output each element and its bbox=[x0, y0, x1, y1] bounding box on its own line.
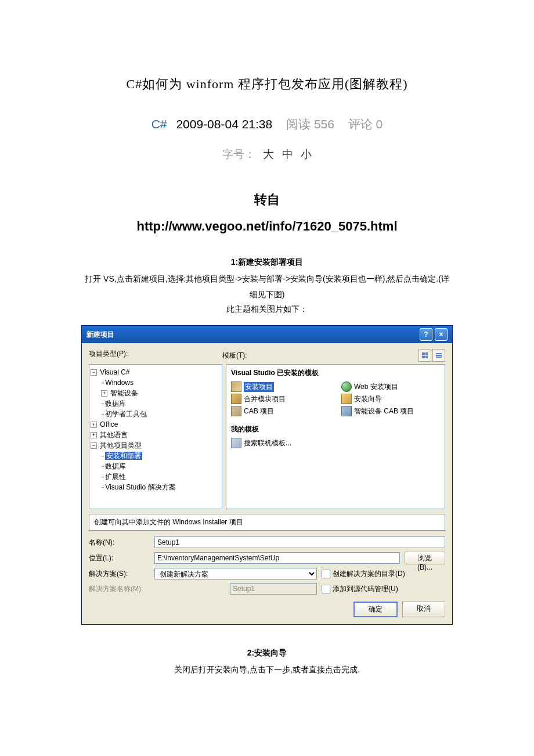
location-input[interactable] bbox=[154, 552, 400, 564]
project-type-label: 项目类型(P): bbox=[89, 349, 222, 362]
section-1-body: 打开 VS,点击新建项目,选择:其他项目类型->安装与部署->安装向导(安装项目… bbox=[0, 271, 534, 302]
name-label: 名称(N): bbox=[89, 538, 150, 548]
solution-label: 解决方案(S): bbox=[89, 569, 150, 579]
templates-label: 模板(T): bbox=[222, 351, 247, 361]
name-input[interactable] bbox=[154, 537, 445, 548]
tree-other-languages[interactable]: 其他语言 bbox=[100, 431, 128, 439]
font-size-label: 字号： bbox=[222, 148, 255, 160]
tree-smart-device[interactable]: 智能设备 bbox=[110, 389, 138, 397]
cab-icon bbox=[231, 406, 241, 416]
solution-name-label: 解决方案名称(M): bbox=[89, 584, 150, 594]
comment-count: 评论 0 bbox=[348, 117, 383, 131]
tree-other-project-types[interactable]: 其他项目类型 bbox=[100, 441, 142, 449]
template-cab[interactable]: CAB 项目 bbox=[231, 406, 330, 416]
dialog-titlebar[interactable]: 新建项目 ? × bbox=[82, 326, 452, 343]
article-meta: C# 2009-08-04 21:38 阅读 556 评论 0 bbox=[0, 116, 534, 132]
device-icon bbox=[341, 406, 352, 416]
new-project-dialog: 新建项目 ? × 项目类型(P): 模板(T): bbox=[81, 325, 453, 625]
section-2-title: 安装向导 bbox=[254, 648, 287, 657]
font-large-link[interactable]: 大 bbox=[263, 148, 274, 160]
font-medium-link[interactable]: 中 bbox=[282, 148, 293, 160]
publish-date: 2009-08-04 21:38 bbox=[176, 117, 272, 131]
expand-icon[interactable]: + bbox=[101, 390, 107, 397]
font-size-selector: 字号： 大 中 小 bbox=[0, 147, 534, 162]
source-label: 转自 bbox=[0, 191, 534, 208]
view-small-icons-button[interactable] bbox=[432, 349, 445, 362]
collapse-icon[interactable]: − bbox=[91, 369, 97, 376]
globe-icon bbox=[341, 381, 352, 392]
dialog-title: 新建项目 bbox=[86, 330, 114, 340]
close-icon[interactable]: × bbox=[435, 328, 448, 341]
template-smart-cab[interactable]: 智能设备 CAB 项目 bbox=[341, 406, 440, 416]
expand-icon[interactable]: + bbox=[91, 432, 97, 438]
ok-button[interactable]: 确定 bbox=[353, 602, 398, 617]
tree-starter-kit[interactable]: 初学者工具包 bbox=[105, 410, 147, 418]
add-scm-checkbox[interactable] bbox=[322, 585, 330, 593]
collapse-icon[interactable]: − bbox=[91, 442, 97, 449]
help-icon[interactable]: ? bbox=[420, 328, 432, 341]
tree-extensibility[interactable]: 扩展性 bbox=[105, 473, 126, 481]
solution-name-input bbox=[230, 583, 317, 595]
read-count: 阅读 556 bbox=[286, 117, 334, 131]
font-small-link[interactable]: 小 bbox=[301, 148, 312, 160]
template-setup-project[interactable]: 安装项目 bbox=[231, 381, 330, 392]
tree-database[interactable]: 数据库 bbox=[105, 399, 126, 408]
package-icon bbox=[231, 381, 241, 392]
tree-office[interactable]: Office bbox=[100, 420, 118, 429]
template-setup-wizard[interactable]: 安装向导 bbox=[341, 394, 440, 404]
templates-pane[interactable]: Visual Studio 已安装的模板 安装项目 Web 安装项目 合并模块项… bbox=[226, 364, 445, 509]
section-1-caption: 此主题相关图片如下： bbox=[0, 304, 534, 315]
wizard-icon bbox=[341, 394, 352, 404]
tree-database2[interactable]: 数据库 bbox=[105, 462, 126, 470]
project-type-tree[interactable]: − Visual C# ··· Windows + 智能设备 ··· 数据库 ·… bbox=[89, 364, 222, 509]
browse-button[interactable]: 浏览(B)... bbox=[405, 552, 445, 564]
template-search-online[interactable]: 搜索联机模板... bbox=[231, 438, 440, 448]
template-merge-module[interactable]: 合并模块项目 bbox=[231, 394, 330, 404]
view-large-icons-button[interactable] bbox=[418, 349, 431, 362]
create-dir-checkbox[interactable] bbox=[322, 570, 330, 578]
section-2-body: 关闭后打开安装向导,点击下一步,或者直接点击完成. bbox=[0, 662, 534, 678]
section-1-heading: 1:新建安装部署项目 bbox=[0, 257, 534, 268]
category-link[interactable]: C# bbox=[151, 117, 167, 131]
tree-visual-csharp[interactable]: Visual C# bbox=[100, 368, 129, 376]
location-label: 位置(L): bbox=[89, 553, 150, 563]
installed-templates-header: Visual Studio 已安装的模板 bbox=[231, 368, 440, 378]
article-title: C#如何为 winform 程序打包发布应用(图解教程) bbox=[0, 75, 534, 93]
add-scm-label: 添加到源代码管理(U) bbox=[333, 584, 398, 594]
section-1-title: 新建安装部署项目 bbox=[238, 257, 303, 267]
merge-icon bbox=[231, 394, 241, 404]
tree-setup-deployment[interactable]: 安装和部署 bbox=[105, 452, 142, 460]
my-templates-header: 我的模板 bbox=[231, 424, 440, 434]
section-1-number: 1: bbox=[231, 257, 238, 267]
section-2-heading: 2:安装向导 bbox=[0, 648, 534, 658]
expand-icon[interactable]: + bbox=[91, 422, 97, 428]
tree-vs-solution[interactable]: Visual Studio 解决方案 bbox=[105, 483, 175, 491]
tree-windows[interactable]: Windows bbox=[105, 379, 134, 387]
source-url[interactable]: http://www.vegoo.net/info/71620_5075.htm… bbox=[0, 219, 534, 234]
section-2-number: 2: bbox=[247, 648, 254, 657]
template-description: 创建可向其中添加文件的 Windows Installer 项目 bbox=[89, 514, 445, 531]
create-dir-label: 创建解决方案的目录(D) bbox=[333, 569, 405, 579]
search-icon bbox=[231, 438, 241, 448]
template-web-setup[interactable]: Web 安装项目 bbox=[341, 381, 440, 392]
solution-select[interactable]: 创建新解决方案 bbox=[154, 568, 317, 579]
cancel-button[interactable]: 取消 bbox=[402, 602, 445, 617]
